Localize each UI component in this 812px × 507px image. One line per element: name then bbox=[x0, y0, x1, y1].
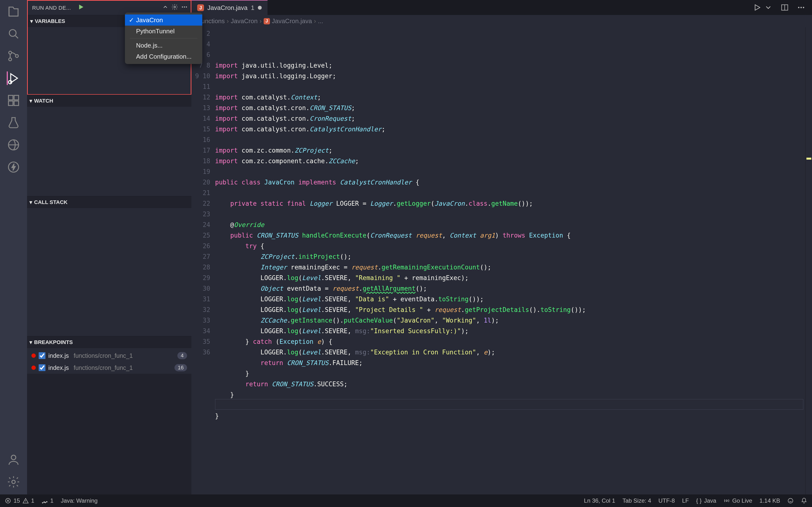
dropdown-option-label: Node.js... bbox=[136, 42, 163, 49]
more-actions-icon[interactable] bbox=[797, 3, 805, 12]
settings-gear-icon[interactable] bbox=[7, 475, 20, 489]
java-file-icon: J bbox=[264, 18, 270, 24]
status-cursor-position[interactable]: Ln 36, Col 1 bbox=[584, 497, 615, 504]
start-debug-button[interactable] bbox=[77, 3, 85, 12]
account-icon[interactable] bbox=[7, 453, 20, 466]
status-java[interactable]: Java: Warning bbox=[61, 497, 98, 504]
svg-rect-6 bbox=[14, 95, 18, 100]
status-language-label: Java bbox=[704, 497, 716, 504]
svg-point-25 bbox=[46, 501, 47, 502]
tab-bar: J JavaCron.java 1 bbox=[191, 0, 812, 15]
chevron-down-icon[interactable] bbox=[764, 3, 772, 12]
status-feedback-icon[interactable] bbox=[788, 498, 794, 504]
dropdown-option-label: PythonTunnel bbox=[136, 27, 174, 35]
breakpoint-row[interactable]: index.js functions/cron_func_1 16 bbox=[27, 362, 191, 374]
dropdown-option-add-config[interactable]: Add Configuration... bbox=[125, 51, 202, 62]
status-bell-icon[interactable] bbox=[801, 498, 807, 504]
callstack-body bbox=[27, 208, 191, 336]
status-language[interactable]: { } Java bbox=[696, 497, 716, 504]
code-content[interactable]: import java.util.logging.Level;import ja… bbox=[215, 27, 805, 495]
live-share-icon[interactable] bbox=[7, 138, 20, 152]
section-callstack-header[interactable]: ▾ CALL STACK bbox=[27, 196, 191, 208]
chevron-down-icon: ▾ bbox=[30, 339, 32, 345]
svg-rect-7 bbox=[8, 101, 13, 106]
status-other[interactable]: 1 bbox=[42, 497, 53, 504]
overview-ruler[interactable] bbox=[805, 27, 812, 495]
section-variables-label: VARIABLES bbox=[35, 18, 65, 24]
chevron-down-icon: ▾ bbox=[30, 98, 32, 104]
breakpoint-line-badge: 16 bbox=[174, 364, 187, 371]
java-file-icon: J bbox=[197, 4, 204, 11]
breakpoint-path: functions/cron_func_1 bbox=[74, 352, 133, 359]
activity-bar bbox=[0, 0, 27, 495]
breakpoint-file: index.js bbox=[48, 364, 69, 371]
svg-point-13 bbox=[174, 6, 176, 8]
debug-gear-icon[interactable] bbox=[171, 4, 178, 12]
run-file-button[interactable] bbox=[753, 3, 761, 12]
watch-body bbox=[27, 107, 191, 196]
status-golive[interactable]: Go Live bbox=[723, 497, 752, 504]
svg-point-27 bbox=[788, 498, 793, 503]
section-callstack-label: CALL STACK bbox=[34, 199, 68, 206]
editor-viewport[interactable]: 1 2 3 4 5 6 7 8 9 10 11 12 13 14 15 16 1… bbox=[191, 27, 812, 495]
svg-point-26 bbox=[726, 500, 728, 502]
status-errors[interactable]: 15 1 bbox=[5, 497, 34, 504]
section-watch-label: WATCH bbox=[34, 98, 53, 104]
svg-point-20 bbox=[803, 7, 804, 8]
section-breakpoints-header[interactable]: ▾ BREAKPOINTS bbox=[27, 336, 191, 348]
status-errors-count: 15 bbox=[13, 497, 20, 504]
search-icon[interactable] bbox=[7, 27, 20, 41]
dropdown-option-nodejs[interactable]: Node.js... bbox=[125, 40, 202, 51]
svg-point-11 bbox=[11, 455, 16, 460]
source-control-icon[interactable] bbox=[7, 49, 20, 63]
breakpoint-path: functions/cron_func_1 bbox=[74, 364, 133, 371]
dropdown-option-javacron[interactable]: ✓ JavaCron bbox=[125, 14, 202, 25]
tab-filename: JavaCron.java bbox=[207, 4, 248, 12]
breakpoint-dot-icon bbox=[32, 353, 36, 358]
explorer-icon[interactable] bbox=[7, 5, 20, 18]
status-golive-label: Go Live bbox=[732, 497, 752, 504]
check-icon: ✓ bbox=[129, 16, 134, 24]
dropdown-option-pythontunnel[interactable]: PythonTunnel bbox=[125, 25, 202, 37]
chevron-down-icon[interactable] bbox=[162, 4, 168, 12]
run-debug-panel: RUN AND DE... ▾ VARIABLES bbox=[27, 0, 191, 495]
svg-point-1 bbox=[9, 51, 12, 54]
tab-badge: 1 bbox=[251, 4, 254, 12]
svg-point-0 bbox=[9, 30, 16, 37]
breadcrumb-item[interactable]: JavaCron bbox=[231, 17, 258, 25]
breadcrumb-item[interactable]: functions bbox=[200, 17, 225, 25]
breakpoint-checkbox[interactable] bbox=[39, 352, 45, 359]
status-encoding[interactable]: UTF-8 bbox=[658, 497, 675, 504]
section-watch-header[interactable]: ▾ WATCH bbox=[27, 95, 191, 107]
more-actions-icon[interactable] bbox=[181, 4, 188, 12]
thunder-icon[interactable] bbox=[7, 160, 20, 174]
breakpoint-line-badge: 4 bbox=[177, 352, 187, 359]
braces-icon: { } bbox=[696, 497, 702, 504]
svg-point-12 bbox=[12, 480, 15, 484]
split-editor-icon[interactable] bbox=[780, 3, 789, 12]
extensions-icon[interactable] bbox=[7, 94, 20, 107]
breadcrumb-item[interactable]: JavaCron.java bbox=[272, 17, 312, 25]
tab-javacron[interactable]: J JavaCron.java 1 bbox=[191, 0, 267, 15]
status-other-count: 1 bbox=[50, 497, 53, 504]
section-breakpoints-label: BREAKPOINTS bbox=[34, 339, 73, 345]
debug-config-dropdown: ✓ JavaCron PythonTunnel Node.js... Add C… bbox=[125, 12, 202, 64]
status-eol[interactable]: LF bbox=[682, 497, 689, 504]
status-warnings-count: 1 bbox=[31, 497, 34, 504]
chevron-right-icon: › bbox=[314, 17, 316, 25]
svg-point-19 bbox=[800, 7, 802, 8]
status-tabsize[interactable]: Tab Size: 4 bbox=[622, 497, 651, 504]
line-number-gutter: 1 2 3 4 5 6 7 8 9 10 11 12 13 14 15 16 1… bbox=[191, 27, 215, 495]
testing-icon[interactable] bbox=[7, 116, 20, 129]
breakpoint-row[interactable]: index.js functions/cron_func_1 4 bbox=[27, 350, 191, 362]
breakpoint-file: index.js bbox=[48, 352, 69, 359]
breadcrumb-item[interactable]: ... bbox=[318, 17, 323, 25]
status-filesize[interactable]: 1.14 KB bbox=[760, 497, 780, 504]
svg-point-2 bbox=[9, 58, 12, 61]
breadcrumb[interactable]: functions › JavaCron › J JavaCron.java ›… bbox=[191, 15, 812, 27]
breakpoint-checkbox[interactable] bbox=[39, 364, 45, 371]
svg-point-16 bbox=[186, 6, 187, 8]
tab-modified-dot-icon bbox=[258, 6, 262, 10]
svg-point-14 bbox=[182, 6, 183, 8]
run-debug-icon[interactable] bbox=[7, 71, 20, 85]
